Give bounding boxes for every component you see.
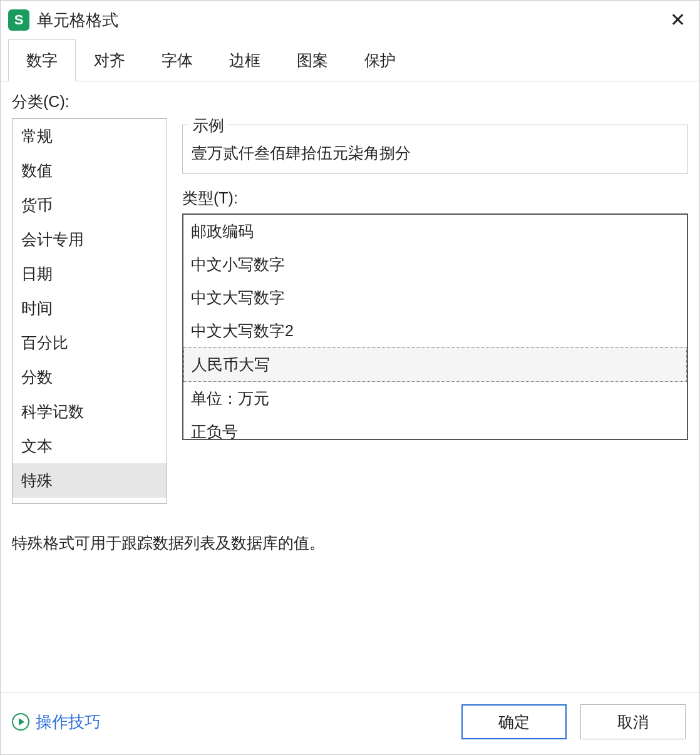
format-description: 特殊格式可用于跟踪数据列表及数据库的值。 <box>12 533 688 553</box>
content-area: 分类(C): 常规数值货币会计专用日期时间百分比分数科学记数文本特殊自定义 示例… <box>1 81 699 692</box>
tips-link-group[interactable]: 操作技巧 <box>12 711 448 733</box>
example-legend: 示例 <box>189 115 228 136</box>
type-item[interactable]: 中文大写数字2 <box>183 314 687 347</box>
category-label: 分类(C): <box>12 91 688 112</box>
titlebar: S 单元格格式 ✕ <box>1 1 699 39</box>
category-item[interactable]: 常规 <box>13 119 167 153</box>
category-list[interactable]: 常规数值货币会计专用日期时间百分比分数科学记数文本特殊自定义 <box>12 118 167 504</box>
app-icon: S <box>8 9 29 31</box>
tab-5[interactable]: 保护 <box>346 39 414 81</box>
right-panel: 示例 壹万贰仟叁佰肆拾伍元柒角捌分 类型(T): 邮政编码中文小写数字中文大写数… <box>182 118 688 504</box>
cell-format-dialog: S 单元格格式 ✕ 数字对齐字体边框图案保护 分类(C): 常规数值货币会计专用… <box>0 0 700 755</box>
tab-4[interactable]: 图案 <box>279 39 346 81</box>
type-item[interactable]: 人民币大写 <box>183 347 687 382</box>
category-item[interactable]: 自定义 <box>13 498 167 504</box>
type-list[interactable]: 邮政编码中文小写数字中文大写数字中文大写数字2人民币大写单位：万元正负号 <box>182 213 688 440</box>
type-label: 类型(T): <box>182 188 688 208</box>
type-item[interactable]: 中文大写数字 <box>183 281 687 314</box>
cancel-button[interactable]: 取消 <box>580 704 686 739</box>
ok-button[interactable]: 确定 <box>461 704 567 739</box>
category-item[interactable]: 文本 <box>13 429 167 463</box>
category-item[interactable]: 时间 <box>13 291 167 326</box>
example-value: 壹万贰仟叁佰肆拾伍元柒角捌分 <box>192 131 679 163</box>
close-icon[interactable]: ✕ <box>665 11 691 29</box>
category-item[interactable]: 科学记数 <box>13 394 167 429</box>
tabs-bar: 数字对齐字体边框图案保护 <box>1 39 699 81</box>
type-item[interactable]: 邮政编码 <box>183 215 687 248</box>
type-item[interactable]: 正负号 <box>183 415 687 440</box>
type-item[interactable]: 单位：万元 <box>183 382 687 415</box>
dialog-title: 单元格格式 <box>37 9 665 31</box>
tab-2[interactable]: 字体 <box>143 39 211 81</box>
tab-3[interactable]: 边框 <box>211 39 279 81</box>
tab-1[interactable]: 对齐 <box>76 39 143 81</box>
type-item[interactable]: 中文小写数字 <box>183 248 687 281</box>
footer: 操作技巧 确定 取消 <box>1 692 699 754</box>
category-item[interactable]: 会计专用 <box>13 222 167 257</box>
category-item[interactable]: 数值 <box>13 153 167 188</box>
main-row: 常规数值货币会计专用日期时间百分比分数科学记数文本特殊自定义 示例 壹万贰仟叁佰… <box>12 118 688 504</box>
category-item[interactable]: 日期 <box>13 257 167 291</box>
category-item[interactable]: 百分比 <box>13 326 167 360</box>
play-icon <box>12 713 29 731</box>
tips-link-label: 操作技巧 <box>36 711 101 733</box>
category-item[interactable]: 特殊 <box>13 463 167 498</box>
example-box: 示例 壹万贰仟叁佰肆拾伍元柒角捌分 <box>182 125 688 174</box>
category-item[interactable]: 货币 <box>13 188 167 222</box>
tab-0[interactable]: 数字 <box>8 39 76 81</box>
category-item[interactable]: 分数 <box>13 360 167 394</box>
